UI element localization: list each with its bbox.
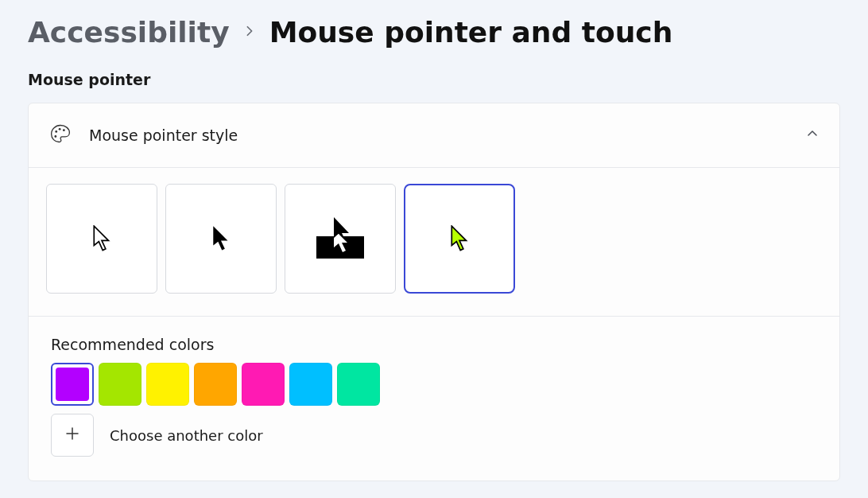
pointer-style-white[interactable] [46,184,157,294]
palette-icon [49,123,72,148]
recommended-colors-label: Recommended colors [51,336,817,353]
choose-another-color-label: Choose another color [110,427,263,444]
mouse-pointer-style-card: Mouse pointer style [28,103,840,481]
color-swatch-magenta[interactable] [242,363,285,406]
recommended-colors-section: Recommended colors Choose another [29,317,839,480]
color-swatch-yellow[interactable] [146,363,189,406]
recommended-color-swatches [51,363,817,406]
chevron-up-icon [806,127,819,143]
color-swatch-lime[interactable] [99,363,141,406]
pointer-style-options [29,168,839,317]
svg-point-2 [63,129,65,131]
section-title: Mouse pointer [28,71,840,88]
svg-point-3 [54,135,56,138]
color-swatch-cyan[interactable] [289,363,332,406]
pointer-style-custom[interactable] [404,184,515,294]
svg-point-1 [59,128,61,130]
choose-another-color-button[interactable] [51,414,94,457]
pointer-style-inverted[interactable] [285,184,396,294]
breadcrumb: Accessibility Mouse pointer and touch [28,16,840,49]
card-title: Mouse pointer style [89,126,789,144]
color-swatch-purple[interactable] [51,363,94,406]
mouse-pointer-style-header[interactable]: Mouse pointer style [29,103,839,168]
pointer-style-black[interactable] [165,184,277,294]
color-swatch-orange[interactable] [194,363,237,406]
breadcrumb-root[interactable]: Accessibility [28,16,230,49]
color-swatch-teal[interactable] [337,363,380,406]
svg-point-0 [55,130,57,133]
chevron-right-icon [244,25,255,40]
plus-icon [64,426,80,445]
page-title: Mouse pointer and touch [269,16,673,49]
